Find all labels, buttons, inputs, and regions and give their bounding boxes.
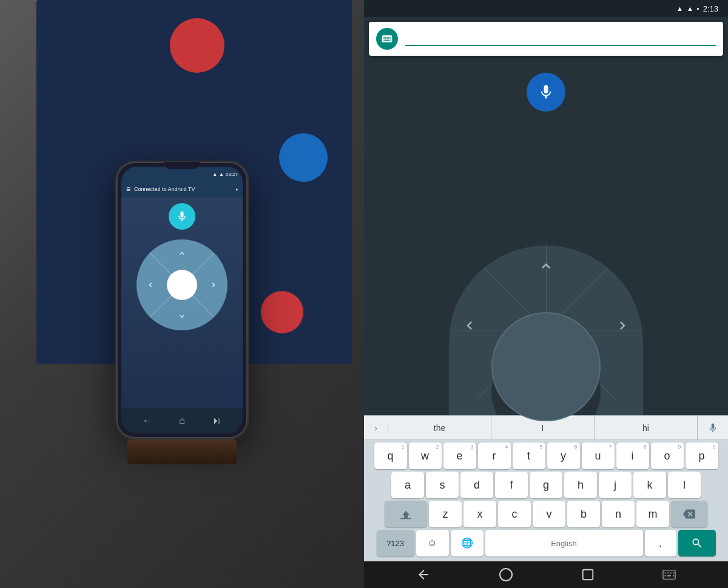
search-input[interactable] xyxy=(405,32,716,46)
remote-area xyxy=(364,61,728,415)
android-nav-bar xyxy=(364,561,728,588)
key-p[interactable]: 0p xyxy=(686,443,718,469)
phone-wifi-icon: ▲ xyxy=(219,172,224,177)
svg-rect-3 xyxy=(663,570,675,580)
phone-home-button[interactable]: ⌂ xyxy=(179,415,185,426)
phone-dpad xyxy=(136,239,228,330)
key-j[interactable]: j xyxy=(599,472,632,498)
key-g[interactable]: g xyxy=(530,472,562,498)
keyboard-row-3: z x c v b n m xyxy=(366,501,726,527)
phone-menu-icon[interactable]: ≡ xyxy=(126,185,130,193)
keyboard-row-2: a s d f g h j k l xyxy=(366,472,726,498)
phone-nav-bar: ← ⌂ ⏯ xyxy=(121,408,243,433)
phone-time: 09:27 xyxy=(226,172,238,177)
key-w[interactable]: 2w xyxy=(409,443,442,469)
keyboard-rows: 1q 2w 3e 4r 5t 6y 7u 8i 9o 0p a s d f g … xyxy=(364,440,728,561)
key-h[interactable]: h xyxy=(564,472,597,498)
left-panel: ▲ ▲ 09:27 ≡ Connected to Android TV ▪ xyxy=(0,0,364,588)
android-back-button[interactable] xyxy=(416,567,431,582)
key-c[interactable]: c xyxy=(498,501,531,527)
key-v[interactable]: v xyxy=(533,501,565,527)
bg-app-icon-blue xyxy=(279,133,328,182)
signal-icon: ▲ xyxy=(687,5,693,12)
status-time: 2:13 xyxy=(703,4,718,13)
large-dpad-right[interactable] xyxy=(614,317,631,336)
right-panel: ▲ ▲ ▪ 2:13 xyxy=(364,0,728,588)
key-u[interactable]: 7u xyxy=(582,443,615,469)
phone-container: ▲ ▲ 09:27 ≡ Connected to Android TV ▪ xyxy=(115,161,249,464)
phone-signal-icon: ▲ xyxy=(212,172,217,177)
suggestion-hi[interactable]: hi xyxy=(595,416,698,439)
phone-mic-button[interactable] xyxy=(169,203,195,230)
svg-rect-0 xyxy=(400,518,411,520)
phone-back-button[interactable]: ← xyxy=(142,415,152,426)
key-x[interactable]: x xyxy=(463,501,496,527)
android-recents-button[interactable] xyxy=(581,568,595,581)
key-l[interactable]: l xyxy=(668,472,701,498)
key-numbers[interactable]: ?123 xyxy=(377,530,414,556)
key-m[interactable]: m xyxy=(636,501,669,527)
svg-rect-2 xyxy=(583,570,593,580)
wifi-icon: ▲ xyxy=(676,5,683,12)
phone: ▲ ▲ 09:27 ≡ Connected to Android TV ▪ xyxy=(115,161,249,439)
android-status-bar: ▲ ▲ ▪ 2:13 xyxy=(364,0,728,17)
key-s[interactable]: s xyxy=(426,472,459,498)
dpad-center-area[interactable] xyxy=(491,312,601,421)
key-shift[interactable] xyxy=(385,501,427,527)
phone-stand xyxy=(127,439,237,464)
dpad-down-button[interactable] xyxy=(173,307,191,326)
key-q[interactable]: 1q xyxy=(374,443,407,469)
android-keyboard-button[interactable] xyxy=(662,569,676,580)
key-t[interactable]: 5t xyxy=(513,443,545,469)
key-backspace[interactable] xyxy=(671,501,707,527)
phone-content xyxy=(121,197,243,408)
key-n[interactable]: n xyxy=(602,501,635,527)
key-i[interactable]: 8i xyxy=(616,443,649,469)
android-home-button[interactable] xyxy=(499,567,513,582)
suggestion-expand-button[interactable]: › xyxy=(364,423,388,433)
dpad-left-button[interactable] xyxy=(141,276,160,294)
keyboard-row-4: ?123 ☺ 🌐 English . xyxy=(366,530,726,556)
dpad-center-button[interactable] xyxy=(167,270,197,300)
input-area xyxy=(369,22,723,56)
key-k[interactable]: k xyxy=(633,472,666,498)
key-period[interactable]: . xyxy=(645,530,676,556)
bg-app-icon-red xyxy=(170,18,224,73)
key-search[interactable] xyxy=(678,530,716,556)
key-b[interactable]: b xyxy=(567,501,600,527)
keyboard-area: › the I hi 1q 2w 3e 4r xyxy=(364,415,728,561)
key-d[interactable]: d xyxy=(460,472,493,498)
key-emoji[interactable]: ☺ xyxy=(416,530,449,556)
chevron-right-icon: › xyxy=(374,423,377,433)
dpad-right-button[interactable] xyxy=(204,276,223,294)
key-space[interactable]: English xyxy=(485,530,643,556)
large-dpad-up[interactable] xyxy=(538,258,554,277)
key-globe[interactable]: 🌐 xyxy=(451,530,484,556)
key-y[interactable]: 6y xyxy=(547,443,580,469)
key-a[interactable]: a xyxy=(391,472,424,498)
key-e[interactable]: 3e xyxy=(443,443,476,469)
large-mic-button[interactable] xyxy=(527,73,565,112)
phone-header-title: Connected to Android TV xyxy=(134,186,232,192)
keyboard-row-1: 1q 2w 3e 4r 5t 6y 7u 8i 9o 0p xyxy=(366,443,726,469)
key-o[interactable]: 9o xyxy=(651,443,684,469)
large-dpad-container xyxy=(443,239,649,415)
bg-app-icon-red2 xyxy=(261,291,303,333)
phone-screen: ▲ ▲ 09:27 ≡ Connected to Android TV ▪ xyxy=(121,167,243,433)
key-f[interactable]: f xyxy=(495,472,528,498)
phone-notch xyxy=(164,162,200,169)
dpad-up-button[interactable] xyxy=(173,244,191,262)
phone-playpause-button[interactable]: ⏯ xyxy=(212,415,222,426)
keyboard-app-icon xyxy=(376,28,398,50)
svg-point-1 xyxy=(500,569,512,581)
suggestion-mic-button[interactable] xyxy=(698,423,728,433)
key-z[interactable]: z xyxy=(429,501,462,527)
phone-header: ≡ Connected to Android TV ▪ xyxy=(121,181,243,197)
suggestion-the[interactable]: the xyxy=(388,416,491,439)
battery-icon: ▪ xyxy=(697,5,699,12)
key-r[interactable]: 4r xyxy=(478,443,511,469)
large-dpad-left[interactable] xyxy=(461,317,478,336)
phone-cast-icon[interactable]: ▪ xyxy=(235,186,238,193)
